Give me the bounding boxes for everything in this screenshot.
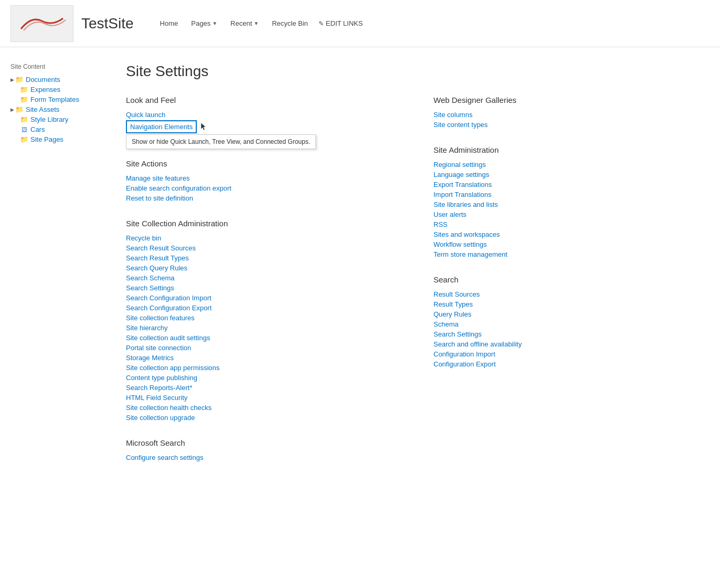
pages-arrow-icon: ▼ bbox=[212, 20, 217, 26]
nav-recent[interactable]: Recent ▼ bbox=[225, 17, 264, 30]
section-title-site-actions: Site Actions bbox=[126, 159, 391, 168]
sidebar-item-style-library[interactable]: 📁 Style Library bbox=[20, 114, 94, 124]
link-configuration-export[interactable]: Configuration Export bbox=[433, 359, 699, 369]
site-assets-link[interactable]: Site Assets bbox=[26, 104, 59, 114]
section-title-site-collection-admin: Site Collection Administration bbox=[126, 219, 391, 228]
sidebar-item-cars[interactable]: 🖼 Cars bbox=[20, 124, 94, 134]
header: TestSite Home Pages ▼ Recent ▼ Recycle B… bbox=[0, 0, 720, 47]
navigation-elements-container: Navigation Elements Show or hide Quick L… bbox=[126, 120, 206, 133]
sidebar-item-site-assets[interactable]: ▶ 📁 Site Assets bbox=[10, 104, 94, 114]
left-column: Look and Feel Quick launch Navigation El… bbox=[126, 96, 391, 478]
link-site-libraries-and-lists[interactable]: Site libraries and lists bbox=[433, 200, 699, 209]
expand-arrow-icon[interactable]: ▶ bbox=[10, 77, 14, 82]
section-search: Search Result Sources Result Types Query… bbox=[433, 275, 699, 369]
link-site-collection-app-permissions[interactable]: Site collection app permissions bbox=[126, 363, 391, 373]
section-look-and-feel: Look and Feel Quick launch Navigation El… bbox=[126, 96, 391, 143]
site-title: TestSite bbox=[81, 15, 134, 32]
nav-pages[interactable]: Pages ▼ bbox=[186, 17, 223, 30]
link-workflow-settings[interactable]: Workflow settings bbox=[433, 239, 699, 249]
nav-home[interactable]: Home bbox=[155, 17, 184, 30]
section-title-web-designer-galleries: Web Designer Galleries bbox=[433, 96, 699, 104]
link-site-collection-features[interactable]: Site collection features bbox=[126, 313, 391, 323]
section-web-designer-galleries: Web Designer Galleries Site columns Site… bbox=[433, 96, 699, 130]
link-search-settings-right[interactable]: Search Settings bbox=[433, 329, 699, 339]
sidebar-item-documents[interactable]: ▶ 📁 Documents bbox=[10, 75, 94, 85]
sidebar-item-expenses[interactable]: 📁 Expenses bbox=[20, 85, 94, 94]
edit-links-button[interactable]: ✎ EDIT LINKS bbox=[319, 19, 363, 27]
link-regional-settings[interactable]: Regional settings bbox=[433, 160, 699, 170]
image-icon: 🖼 bbox=[20, 125, 28, 134]
section-title-search: Search bbox=[433, 275, 699, 284]
link-import-translations[interactable]: Import Translations bbox=[433, 190, 699, 200]
expenses-link[interactable]: Expenses bbox=[30, 85, 60, 94]
recent-arrow-icon: ▼ bbox=[253, 20, 259, 26]
link-search-config-import[interactable]: Search Configuration Import bbox=[126, 293, 391, 303]
link-search-reports-alert[interactable]: Search Reports-Alert* bbox=[126, 383, 391, 393]
cursor-icon bbox=[200, 122, 206, 131]
link-navigation-elements[interactable]: Navigation Elements bbox=[126, 120, 197, 133]
link-configuration-import[interactable]: Configuration Import bbox=[433, 349, 699, 359]
section-site-actions: Site Actions Manage site features Enable… bbox=[126, 159, 391, 203]
link-search-result-sources[interactable]: Search Result Sources bbox=[126, 243, 391, 253]
link-search-query-rules[interactable]: Search Query Rules bbox=[126, 263, 391, 273]
link-search-config-export[interactable]: Search Configuration Export bbox=[126, 303, 391, 313]
link-query-rules[interactable]: Query Rules bbox=[433, 309, 699, 319]
folder-icon: 📁 bbox=[15, 76, 24, 84]
link-search-result-types[interactable]: Search Result Types bbox=[126, 253, 391, 263]
folder-icon: 📁 bbox=[20, 86, 28, 94]
link-manage-site-features[interactable]: Manage site features bbox=[126, 173, 391, 183]
expand-arrow-icon[interactable]: ▶ bbox=[10, 107, 14, 112]
link-sites-and-workspaces[interactable]: Sites and workspaces bbox=[433, 229, 699, 239]
link-content-type-publishing[interactable]: Content type publishing bbox=[126, 373, 391, 383]
link-site-content-types[interactable]: Site content types bbox=[433, 120, 699, 130]
style-library-link[interactable]: Style Library bbox=[30, 114, 68, 124]
right-column: Web Designer Galleries Site columns Site… bbox=[433, 96, 699, 478]
form-templates-link[interactable]: Form Templates bbox=[30, 94, 79, 104]
link-configure-search-settings[interactable]: Configure search settings bbox=[126, 453, 391, 463]
sidebar-item-site-pages[interactable]: 📁 Site Pages bbox=[20, 134, 94, 144]
documents-link[interactable]: Documents bbox=[26, 75, 60, 85]
section-microsoft-search: Microsoft Search Configure search settin… bbox=[126, 438, 391, 463]
cars-link[interactable]: Cars bbox=[30, 124, 45, 134]
content-area: Site Settings Look and Feel Quick launch… bbox=[105, 58, 720, 484]
link-result-types[interactable]: Result Types bbox=[433, 299, 699, 309]
link-user-alerts[interactable]: User alerts bbox=[433, 209, 699, 219]
link-portal-site-connection[interactable]: Portal site connection bbox=[126, 343, 391, 353]
section-title-microsoft-search: Microsoft Search bbox=[126, 438, 391, 447]
sidebar: Site Content ▶ 📁 Documents 📁 Expenses 📁 … bbox=[0, 58, 105, 484]
link-reset-site-definition[interactable]: Reset to site definition bbox=[126, 193, 391, 203]
link-schema[interactable]: Schema bbox=[433, 319, 699, 329]
link-site-hierarchy[interactable]: Site hierarchy bbox=[126, 323, 391, 333]
section-title-site-administration: Site Administration bbox=[433, 145, 699, 154]
folder-icon: 📁 bbox=[20, 96, 28, 104]
link-rss[interactable]: RSS bbox=[433, 219, 699, 229]
link-recycle-bin[interactable]: Recycle bin bbox=[126, 233, 391, 243]
site-pages-link[interactable]: Site Pages bbox=[30, 134, 63, 144]
link-export-translations[interactable]: Export Translations bbox=[433, 180, 699, 190]
link-search-settings[interactable]: Search Settings bbox=[126, 283, 391, 293]
link-html-field-security[interactable]: HTML Field Security bbox=[126, 393, 391, 403]
logo-area: TestSite bbox=[10, 5, 134, 42]
link-site-columns[interactable]: Site columns bbox=[433, 110, 699, 120]
link-search-schema[interactable]: Search Schema bbox=[126, 273, 391, 283]
sidebar-title: Site Content bbox=[10, 63, 94, 70]
folder-icon: 📁 bbox=[15, 106, 24, 114]
nav-recycle-bin[interactable]: Recycle Bin bbox=[267, 17, 313, 30]
link-site-collection-audit-settings[interactable]: Site collection audit settings bbox=[126, 333, 391, 343]
link-quick-launch[interactable]: Quick launch bbox=[126, 110, 391, 120]
site-logo bbox=[10, 5, 73, 42]
sidebar-item-form-templates[interactable]: 📁 Form Templates bbox=[20, 94, 94, 104]
link-result-sources[interactable]: Result Sources bbox=[433, 289, 699, 299]
settings-grid: Look and Feel Quick launch Navigation El… bbox=[126, 96, 699, 478]
link-site-collection-health-checks[interactable]: Site collection health checks bbox=[126, 403, 391, 413]
pencil-icon: ✎ bbox=[319, 20, 324, 27]
link-enable-search-config-export[interactable]: Enable search configuration export bbox=[126, 183, 391, 193]
link-term-store-management[interactable]: Term store management bbox=[433, 249, 699, 259]
link-search-and-offline[interactable]: Search and offline availability bbox=[433, 339, 699, 349]
tooltip-navigation-elements: Show or hide Quick Launch, Tree View, an… bbox=[126, 134, 316, 149]
section-site-administration: Site Administration Regional settings La… bbox=[433, 145, 699, 259]
link-site-collection-upgrade[interactable]: Site collection upgrade bbox=[126, 413, 391, 423]
link-language-settings[interactable]: Language settings bbox=[433, 170, 699, 180]
main-container: Site Content ▶ 📁 Documents 📁 Expenses 📁 … bbox=[0, 47, 720, 494]
link-storage-metrics[interactable]: Storage Metrics bbox=[126, 353, 391, 363]
